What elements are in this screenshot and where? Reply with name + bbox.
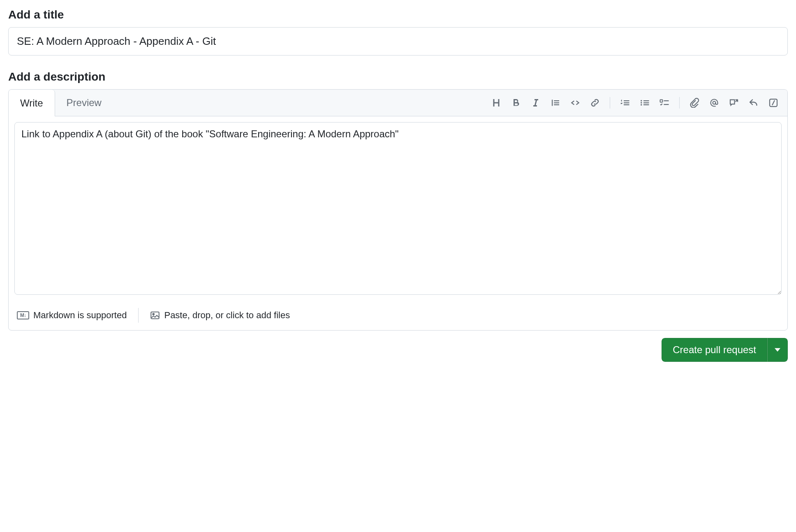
task-list-icon <box>659 98 669 108</box>
tabs: Write Preview <box>9 90 113 116</box>
tabs-toolbar: Write Preview <box>9 90 787 116</box>
quote-icon <box>551 98 560 108</box>
image-icon <box>150 310 160 320</box>
create-button-group: Create pull request <box>662 338 788 362</box>
description-label: Add a description <box>8 70 788 83</box>
footer-hints: M↓ Markdown is supported Paste, drop, or… <box>9 302 787 330</box>
cross-reference-icon <box>729 98 739 108</box>
svg-point-1 <box>641 102 642 104</box>
code-button[interactable] <box>566 94 584 112</box>
reply-button[interactable] <box>745 94 763 112</box>
markdown-icon: M↓ <box>17 311 29 319</box>
formatting-toolbar <box>487 94 787 112</box>
svg-rect-3 <box>660 100 663 102</box>
svg-point-2 <box>641 104 642 106</box>
title-label: Add a title <box>8 8 788 21</box>
toolbar-divider <box>679 97 680 109</box>
caret-down-icon <box>775 347 780 353</box>
markdown-hint-text: Markdown is supported <box>33 310 127 321</box>
attach-hint-text: Paste, drop, or click to add files <box>164 310 290 321</box>
unordered-list-icon <box>640 98 650 108</box>
bold-icon <box>511 98 521 108</box>
textarea-wrap <box>9 116 787 302</box>
heading-button[interactable] <box>487 94 505 112</box>
italic-button[interactable] <box>527 94 545 112</box>
quote-button[interactable] <box>546 94 565 112</box>
tab-preview[interactable]: Preview <box>55 90 113 116</box>
mention-button[interactable] <box>705 94 723 112</box>
heading-icon <box>491 98 501 108</box>
link-icon <box>590 98 600 108</box>
create-pull-request-button[interactable]: Create pull request <box>662 338 767 362</box>
description-textarea[interactable] <box>14 122 782 295</box>
mention-icon <box>709 98 719 108</box>
actions-row: Create pull request <box>8 338 788 362</box>
bold-button[interactable] <box>507 94 525 112</box>
code-icon <box>570 98 580 108</box>
svg-point-7 <box>153 313 155 315</box>
attach-button[interactable] <box>685 94 703 112</box>
slash-commands-button[interactable] <box>764 94 782 112</box>
reply-icon <box>749 98 759 108</box>
svg-point-0 <box>641 100 642 102</box>
cross-reference-button[interactable] <box>725 94 743 112</box>
create-pull-request-dropdown[interactable] <box>767 338 788 362</box>
slash-icon <box>768 98 778 108</box>
attach-hint[interactable]: Paste, drop, or click to add files <box>150 310 290 321</box>
ordered-list-button[interactable] <box>616 94 634 112</box>
title-input[interactable] <box>8 27 788 56</box>
task-list-button[interactable] <box>655 94 673 112</box>
paperclip-icon <box>690 98 699 108</box>
unordered-list-button[interactable] <box>636 94 654 112</box>
link-button[interactable] <box>586 94 604 112</box>
markdown-hint[interactable]: M↓ Markdown is supported <box>17 310 127 321</box>
italic-icon <box>531 98 541 108</box>
ordered-list-icon <box>620 98 630 108</box>
hint-divider <box>138 308 139 323</box>
tab-write[interactable]: Write <box>9 90 55 116</box>
description-container: Write Preview <box>8 89 788 331</box>
toolbar-divider <box>610 97 610 109</box>
